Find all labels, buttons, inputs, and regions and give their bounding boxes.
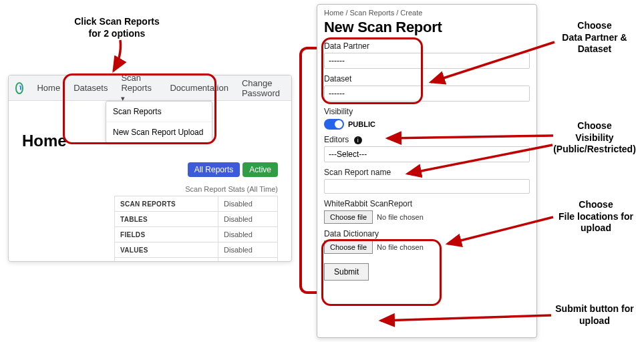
table-row: VALUESDisabled <box>115 242 278 258</box>
arrow-editors-icon <box>397 144 565 184</box>
bracket-icon <box>299 47 317 294</box>
dropdown-scan-reports[interactable]: Scan Reports <box>106 102 212 122</box>
annotation-file: ChooseFile locations forupload <box>552 199 640 234</box>
table-row: TABLESDisabled <box>115 212 278 227</box>
info-icon[interactable]: i <box>354 136 362 144</box>
file-status-dd: No file chosen <box>377 243 424 251</box>
left-screenshot: Home Datasets Scan Reports Documentation… <box>8 75 292 262</box>
stats-caption: Scan Report Stats (All Time) <box>22 185 278 193</box>
app-logo-icon <box>15 82 23 94</box>
file-status-wr: No file chosen <box>377 213 424 221</box>
nav-scan-reports[interactable]: Scan Reports <box>114 75 163 103</box>
table-row: SCAN REPORTSDisabled <box>115 196 278 212</box>
arrow-submit-icon <box>371 309 558 329</box>
nav-home[interactable]: Home <box>30 83 67 93</box>
arrow-nav-icon <box>100 39 140 79</box>
dropdown-new-upload[interactable]: New Scan Report Upload <box>106 122 212 142</box>
stats-table: SCAN REPORTSDisabled TABLESDisabled FIEL… <box>114 196 278 262</box>
choose-file-dd-button[interactable]: Choose file <box>324 240 373 254</box>
annotation-data-partner: ChooseData Partner &Dataset <box>552 20 637 55</box>
pill-active[interactable]: Active <box>243 162 278 177</box>
pill-all-reports[interactable]: All Reports <box>188 162 240 177</box>
table-row: FIELDSDisabled <box>115 227 278 242</box>
annotation-visibility: ChooseVisibility(Public/Restricted) <box>552 120 637 156</box>
table-row: MAPPING RULESDisabled <box>115 258 278 263</box>
nav-change-password[interactable]: Change Password <box>235 78 291 98</box>
submit-button[interactable]: Submit <box>324 263 369 281</box>
annotation-submit: Submit button forupload <box>552 303 637 327</box>
nav-documentation[interactable]: Documentation <box>163 83 234 93</box>
visibility-toggle[interactable] <box>324 119 344 130</box>
nav-datasets[interactable]: Datasets <box>67 83 114 93</box>
breadcrumb: Home / Scan Reports / Create <box>324 9 530 17</box>
topnav: Home Datasets Scan Reports Documentation… <box>9 75 291 101</box>
arrow-file-icon <box>421 207 561 254</box>
choose-file-wr-button[interactable]: Choose file <box>324 210 373 224</box>
scan-reports-dropdown: Scan Reports New Scan Report Upload <box>106 101 212 143</box>
arrow-data-partner-icon <box>404 32 565 112</box>
visibility-public-label: PUBLIC <box>348 120 375 128</box>
annotation-nav: Click Scan Reportsfor 2 options <box>57 16 177 39</box>
